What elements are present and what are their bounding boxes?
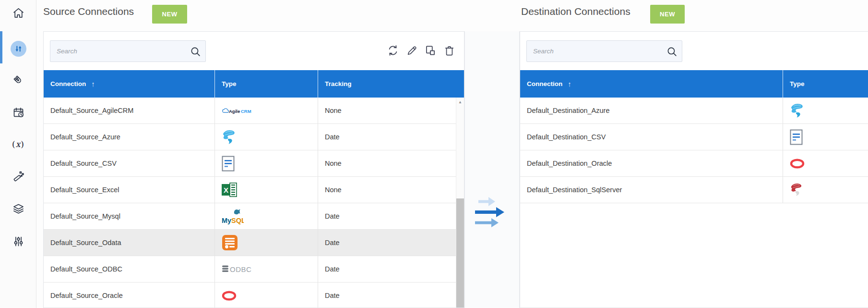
sidebar-item-magic-wand[interactable]	[0, 168, 36, 185]
connection-name: Default_Destination_SqlServer	[520, 177, 783, 203]
function-x-icon: (x)	[12, 139, 24, 149]
table-row[interactable]: Default_Destination_Oracle	[520, 150, 868, 177]
connection-name: Default_Destination_CSV	[520, 124, 783, 150]
connection-name: Default_Destination_Azure	[520, 98, 783, 123]
tracking-value: Date	[318, 256, 456, 282]
sidebar-item-sliders[interactable]	[0, 233, 36, 250]
azure-icon	[222, 129, 236, 145]
search-icon[interactable]	[190, 46, 202, 58]
source-table-body: Default_Source_AgileCRMAgileCRMNoneDefau…	[44, 98, 456, 308]
svg-text:X: X	[224, 186, 228, 194]
connection-type	[783, 177, 868, 203]
connection-name: Default_Source_AgileCRM	[44, 98, 214, 123]
table-row[interactable]: Default_Destination_SqlServer	[520, 177, 868, 203]
odbc-icon: ODBC	[222, 264, 252, 274]
csv-icon	[222, 156, 235, 172]
table-row[interactable]: Default_Source_ODBCODBCDate	[44, 256, 456, 283]
connection-type	[783, 98, 868, 123]
connection-type	[214, 230, 318, 256]
delete-button[interactable]	[442, 43, 456, 58]
scrollbar-thumb[interactable]	[456, 198, 464, 308]
connection-type	[214, 150, 318, 176]
source-connections-card: Connection ↑ Type Tracking Default_Sourc…	[43, 31, 464, 308]
connection-name: Default_Source_Excel	[44, 177, 214, 203]
connection-type	[783, 124, 868, 150]
tracking-value: Date	[318, 230, 456, 256]
magic-wand-icon	[12, 170, 25, 183]
connection-type: AgileCRM	[214, 98, 318, 123]
destination-new-button[interactable]: NEW	[650, 5, 685, 24]
connection-name: Default_Source_ODBC	[44, 256, 214, 282]
sidebar-item-function-x[interactable]: (x)	[0, 136, 36, 153]
sidebar-item-calendar-schedule[interactable]	[0, 104, 36, 121]
destination-connections-card: Connection ↑ Type Default_Destination_Az…	[520, 31, 868, 308]
odata-icon	[222, 234, 238, 251]
svg-text:SQL.: SQL.	[231, 217, 244, 224]
connection-type: ODBC	[214, 256, 318, 282]
tracking-value: None	[318, 150, 456, 176]
copy-button[interactable]	[423, 43, 438, 58]
table-row[interactable]: Default_Source_OracleDate	[44, 283, 456, 308]
source-header-tracking[interactable]: Tracking	[318, 70, 464, 98]
svg-text:Agile: Agile	[229, 108, 240, 113]
svg-text:ODBC: ODBC	[230, 265, 251, 273]
connection-name: Default_Source_CSV	[44, 150, 214, 176]
connection-name: Default_Source_Mysql	[44, 203, 214, 229]
table-row[interactable]: Default_Source_OdataDate	[44, 230, 456, 256]
layers-icon	[12, 202, 25, 215]
sidebar-item-magnet[interactable]	[0, 72, 36, 89]
connection-type: X	[214, 177, 318, 203]
oracle-icon	[790, 159, 805, 169]
connection-name: Default_Source_Oracle	[44, 283, 214, 308]
table-row[interactable]: Default_Source_AzureDate	[44, 124, 456, 150]
source-scrollbar[interactable]: ▲	[456, 98, 464, 308]
source-toolbar	[386, 43, 456, 58]
sidebar-item-home[interactable]	[0, 4, 36, 22]
source-search-input[interactable]	[50, 41, 205, 62]
sliders-icon	[12, 235, 25, 248]
scroll-up-icon[interactable]: ▲	[456, 100, 464, 104]
sidebar-item-sync-connections[interactable]	[0, 40, 36, 57]
sort-ascending-icon: ↑	[91, 80, 95, 88]
source-panel-title: Source Connections	[43, 6, 134, 17]
destination-header-type[interactable]: Type	[783, 70, 868, 98]
destination-table-header: Connection ↑ Type	[520, 70, 868, 98]
transfer-arrows-icon	[474, 196, 511, 228]
agilecrm-icon: AgileCRM	[222, 107, 251, 114]
oracle-icon	[222, 291, 237, 301]
tracking-value: Date	[318, 283, 456, 308]
edit-button[interactable]	[404, 43, 419, 58]
tracking-value: Date	[318, 203, 456, 229]
connection-name: Default_Destination_Oracle	[520, 150, 783, 176]
home-icon	[12, 7, 25, 20]
source-header-type[interactable]: Type	[214, 70, 318, 98]
table-row[interactable]: Default_Source_CSVNone	[44, 150, 456, 177]
sort-ascending-icon: ↑	[568, 80, 571, 88]
source-new-button[interactable]: NEW	[152, 5, 187, 24]
sync-connections-icon	[14, 44, 23, 53]
refresh-button[interactable]	[386, 43, 400, 58]
source-table-header: Connection ↑ Type Tracking	[44, 70, 464, 98]
azure-icon	[790, 103, 804, 119]
table-row[interactable]: Default_Destination_Azure	[520, 98, 868, 124]
sidebar-item-layers[interactable]	[0, 200, 36, 217]
destination-header-connection[interactable]: Connection ↑	[520, 70, 783, 98]
connection-type: MySQL.	[214, 203, 318, 229]
table-row[interactable]: Default_Source_ExcelXNone	[44, 177, 456, 203]
destination-search-box	[526, 40, 682, 62]
tracking-value: None	[318, 98, 456, 123]
source-header-connection[interactable]: Connection ↑	[44, 70, 214, 98]
calendar-schedule-icon	[12, 106, 25, 119]
tracking-value: None	[318, 177, 456, 203]
connection-name: Default_Source_Azure	[44, 124, 214, 150]
tracking-value: Date	[318, 124, 456, 150]
table-row[interactable]: Default_Source_MysqlMySQL.Date	[44, 203, 456, 230]
mysql-icon: MySQL.	[222, 208, 244, 225]
search-icon[interactable]	[666, 46, 678, 58]
table-row[interactable]: Default_Source_AgileCRMAgileCRMNone	[44, 98, 456, 124]
source-search-box	[50, 40, 206, 62]
connection-type	[214, 124, 318, 150]
sqlserver-icon	[790, 183, 803, 197]
destination-search-input[interactable]	[527, 41, 682, 62]
table-row[interactable]: Default_Destination_CSV	[520, 124, 868, 150]
